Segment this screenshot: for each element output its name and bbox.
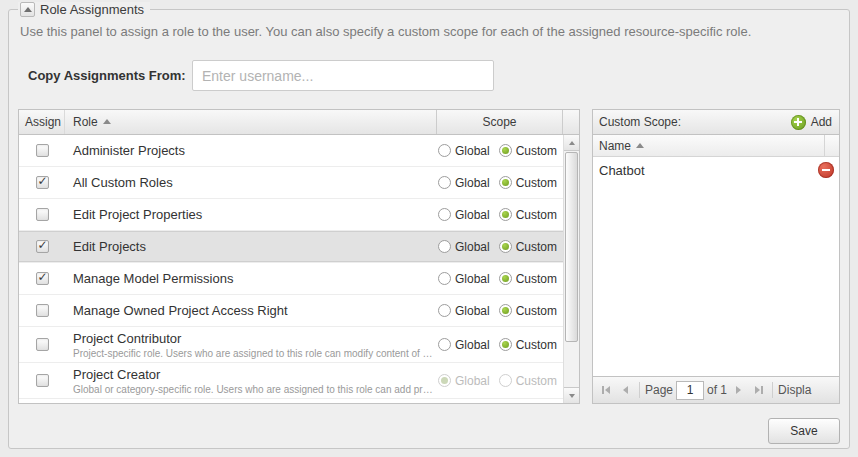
next-page-button[interactable] (730, 382, 747, 399)
scope-global-option[interactable]: Global (438, 304, 490, 318)
role-row[interactable]: Administer Projects Global Custom (19, 135, 579, 167)
scope-cell: Global Custom (437, 374, 579, 388)
radio-global[interactable] (438, 338, 451, 351)
scope-cell: Global Custom (437, 144, 579, 158)
radio-custom[interactable] (499, 176, 512, 189)
role-row[interactable]: Manage Owned Project Access Right Global… (19, 295, 579, 327)
role-row[interactable]: Edit Projects Global Custom (19, 231, 579, 263)
scope-item-row[interactable]: Chatbot (593, 157, 839, 183)
scroll-down-button[interactable] (564, 387, 579, 403)
custom-scope-panel: Custom Scope: Add Name Chatbot (592, 109, 840, 404)
add-scope-button[interactable]: Add (791, 115, 832, 130)
scroll-up-button[interactable] (564, 135, 579, 151)
scope-global-option[interactable]: Global (438, 272, 490, 286)
assign-cell (19, 338, 65, 351)
vertical-scrollbar[interactable] (563, 135, 579, 403)
first-page-button[interactable] (597, 382, 614, 399)
assign-checkbox[interactable] (36, 272, 49, 285)
assign-cell (19, 304, 65, 317)
radio-custom-label: Custom (516, 338, 557, 352)
assign-checkbox[interactable] (36, 144, 49, 157)
scrollbar-track[interactable] (564, 151, 579, 387)
scope-custom-option[interactable]: Custom (499, 240, 557, 254)
column-header-role[interactable]: Role (65, 110, 437, 134)
pagination-toolbar: Page of 1 Displa (593, 376, 839, 403)
assign-checkbox[interactable] (36, 338, 49, 351)
role-cell: Project Creator Global or category-speci… (65, 367, 437, 395)
scope-custom-option[interactable]: Custom (499, 338, 557, 352)
role-row[interactable]: All Custom Roles Global Custom (19, 167, 579, 199)
role-row[interactable]: Project Creator Global or category-speci… (19, 363, 579, 399)
copy-assignments-input[interactable] (192, 60, 494, 91)
role-cell: Edit Project Properties (65, 207, 437, 222)
remove-scope-button[interactable] (818, 162, 834, 178)
assign-cell (19, 208, 65, 221)
scrollbar-thumb[interactable] (565, 152, 578, 342)
assign-checkbox[interactable] (36, 304, 49, 317)
scope-global-option[interactable]: Global (438, 144, 490, 158)
collapse-panel-button[interactable] (20, 2, 35, 17)
role-row[interactable]: Edit Project Properties Global Custom (19, 199, 579, 231)
radio-global[interactable] (438, 144, 451, 157)
role-name: Administer Projects (73, 143, 437, 158)
prev-page-arrow-icon (623, 386, 628, 394)
assign-checkbox[interactable] (36, 208, 49, 221)
assign-cell (19, 374, 65, 387)
scope-cell: Global Custom (437, 208, 579, 222)
scope-global-option[interactable]: Global (438, 374, 490, 388)
scope-global-option[interactable]: Global (438, 338, 490, 352)
column-header-assign[interactable]: Assign (19, 110, 65, 134)
role-cell: All Custom Roles (65, 175, 437, 190)
radio-global-label: Global (455, 374, 490, 388)
role-row[interactable]: Manage Model Permissions Global Custom (19, 263, 579, 295)
column-header-name-label: Name (599, 139, 631, 153)
radio-custom[interactable] (499, 338, 512, 351)
column-header-scope[interactable]: Scope (437, 110, 563, 134)
scope-custom-option[interactable]: Custom (499, 304, 557, 318)
radio-custom[interactable] (499, 272, 512, 285)
radio-global[interactable] (438, 176, 451, 189)
role-cell: Edit Projects (65, 239, 437, 254)
radio-custom[interactable] (499, 208, 512, 221)
prev-page-button[interactable] (617, 382, 634, 399)
scope-custom-option[interactable]: Custom (499, 176, 557, 190)
roles-table: Assign Role Scope Administer Projects (18, 109, 580, 404)
save-button[interactable]: Save (768, 418, 840, 444)
radio-custom[interactable] (499, 144, 512, 157)
assign-checkbox[interactable] (36, 374, 49, 387)
role-name: Manage Owned Project Access Right (73, 303, 437, 318)
add-button-label: Add (811, 115, 832, 129)
column-header-assign-label: Assign (25, 115, 61, 129)
radio-global-label: Global (455, 272, 490, 286)
scope-cell: Global Custom (437, 338, 579, 352)
scope-global-option[interactable]: Global (438, 240, 490, 254)
radio-global[interactable] (438, 208, 451, 221)
radio-global[interactable] (438, 304, 451, 317)
role-row[interactable]: Project Contributor Project-specific rol… (19, 327, 579, 363)
scope-cell: Global Custom (437, 272, 579, 286)
custom-scope-body: Chatbot (593, 157, 839, 376)
last-page-button[interactable] (750, 382, 767, 399)
scope-custom-option[interactable]: Custom (499, 374, 557, 388)
scope-cell: Global Custom (437, 176, 579, 190)
radio-custom[interactable] (499, 304, 512, 317)
radio-global[interactable] (438, 272, 451, 285)
scope-custom-option[interactable]: Custom (499, 208, 557, 222)
scope-global-option[interactable]: Global (438, 208, 490, 222)
radio-custom[interactable] (499, 240, 512, 253)
page-count-label: of 1 (707, 383, 727, 397)
assign-checkbox[interactable] (36, 176, 49, 189)
scope-cell: Global Custom (437, 304, 579, 318)
scope-global-option[interactable]: Global (438, 176, 490, 190)
page-number-input[interactable] (676, 381, 704, 400)
scope-custom-option[interactable]: Custom (499, 144, 557, 158)
radio-custom[interactable] (499, 374, 512, 387)
column-header-name[interactable]: Name (593, 135, 825, 156)
assign-checkbox[interactable] (36, 240, 49, 253)
page-label: Page (645, 383, 673, 397)
scope-custom-option[interactable]: Custom (499, 272, 557, 286)
custom-scope-title: Custom Scope: (599, 115, 681, 129)
last-page-bar-icon (761, 386, 763, 394)
radio-global[interactable] (438, 374, 451, 387)
radio-global[interactable] (438, 240, 451, 253)
